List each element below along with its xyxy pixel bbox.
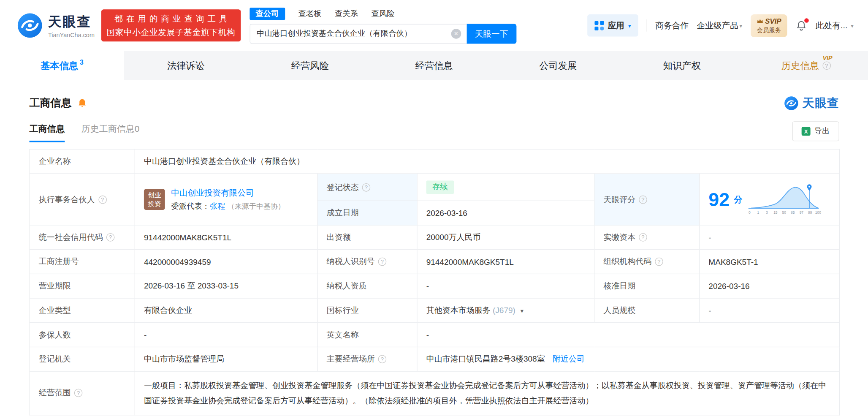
status-badge: 存续	[426, 180, 454, 193]
table-row: 参保人数 - 英文名称 -	[30, 323, 839, 347]
vip-badge: VIP	[822, 54, 832, 61]
score-curve-chart: 0 1 3 15 50 85 97 99 100	[747, 183, 822, 215]
help-icon[interactable]: ?	[378, 258, 387, 266]
help-icon[interactable]: ?	[74, 389, 83, 397]
tab-history-info[interactable]: VIP 历史信息 ?	[744, 51, 868, 80]
help-icon[interactable]: ?	[362, 183, 371, 191]
user-account-menu[interactable]: 此处有... ▾	[816, 20, 854, 31]
company-name-value: 中山港口创业投资基金合伙企业（有限合伙）	[135, 149, 839, 174]
svg-text:100: 100	[815, 210, 821, 215]
table-row: 登记机关 中山市市场监督管理局 主要经营场所? 中山市港口镇民昌路2号3楼308…	[30, 347, 839, 371]
tianyancha-watermark-icon	[784, 95, 799, 110]
tianyancha-watermark: 天眼查	[784, 95, 839, 111]
search-area: 查公司 查老板 查关系 查风险 × 天眼一下	[250, 7, 516, 44]
help-icon[interactable]: ?	[98, 195, 107, 204]
table-row: 经营范围? 一般项目：私募股权投资基金管理、创业投资基金管理服务（须在中国证券投…	[30, 371, 839, 415]
tianyancha-logo[interactable]: 天眼查 TianYanCha.com	[16, 12, 95, 39]
help-icon[interactable]: ?	[378, 355, 387, 363]
svg-text:50: 50	[782, 210, 786, 215]
search-tab-boss[interactable]: 查老板	[298, 8, 321, 19]
notifications-bell[interactable]	[796, 20, 808, 32]
table-row: 工商注册号 442000004939459 纳税人识别号? 91442000MA…	[30, 250, 839, 274]
nearby-companies-link[interactable]: 附近公司	[553, 354, 585, 363]
apps-menu-button[interactable]: 应用 ▾	[587, 14, 638, 36]
apps-label: 应用	[608, 20, 624, 31]
search-tab-company[interactable]: 查公司	[250, 8, 285, 20]
table-row: 企业类型 有限合伙企业 国标行业 其他资本市场服务 (J679) ▾ 人员规模 …	[30, 298, 839, 323]
search-input[interactable]	[250, 24, 467, 44]
header-divider	[646, 19, 647, 32]
svip-member-badge[interactable]: SVIP 会员服务	[751, 14, 787, 37]
search-tab-relation[interactable]: 查关系	[335, 8, 358, 19]
promo-banner[interactable]: 都在用的商业查询工具 国家中小企业发展子基金旗下机构	[101, 9, 241, 41]
chevron-down-icon: ▾	[740, 22, 743, 28]
industry-cell: 其他资本市场服务 (J679) ▾	[417, 298, 594, 323]
search-button[interactable]: 天眼一下	[467, 24, 516, 44]
tab-operation-risk[interactable]: 经营风险	[248, 51, 372, 80]
crown-icon	[757, 18, 763, 24]
subscribe-bell-icon[interactable]	[77, 98, 87, 108]
chevron-down-icon: ▾	[628, 22, 631, 28]
export-button[interactable]: X 导出	[792, 121, 839, 141]
svg-text:97: 97	[799, 210, 803, 215]
partner-company-link[interactable]: 中山创业投资有限公司	[171, 188, 285, 198]
promo-line2: 国家中小企业发展子基金旗下机构	[101, 27, 241, 38]
business-info-table: 企业名称 中山港口创业投资基金合伙企业（有限合伙） 执行事务合伙人? 创业投资 …	[29, 149, 840, 415]
executive-partner-cell: 创业投资 中山创业投资有限公司 委派代表：张程 （来源于中基协）	[144, 188, 308, 211]
help-icon[interactable]: ?	[106, 233, 115, 242]
table-row: 营业期限 2026-03-16 至 2033-03-15 纳税人资质 - 核准日…	[30, 274, 839, 298]
top-header: 天眼查 TianYanCha.com 都在用的商业查询工具 国家中小企业发展子基…	[0, 0, 868, 51]
section-title: 工商信息	[29, 96, 71, 110]
help-icon[interactable]: ?	[655, 258, 663, 266]
table-row: 执行事务合伙人? 创业投资 中山创业投资有限公司 委派代表：张程 （来源于中基协…	[30, 174, 839, 201]
svg-text:99: 99	[808, 210, 812, 215]
promo-line1: 都在用的商业查询工具	[101, 14, 241, 24]
score-value: 92	[708, 190, 730, 209]
excel-icon: X	[802, 127, 811, 136]
help-icon[interactable]: ?	[639, 195, 647, 204]
apps-grid-icon	[594, 21, 604, 30]
svg-text:85: 85	[791, 210, 795, 215]
svg-text:1: 1	[757, 210, 759, 215]
svg-text:15: 15	[773, 210, 778, 215]
tab-operation-info[interactable]: 经营信息	[372, 51, 496, 80]
tab-legal-litigation[interactable]: 法律诉讼	[124, 51, 248, 80]
business-cooperation-link[interactable]: 商务合作	[655, 20, 689, 31]
tianyan-score-cell: 92 分 0 1 3 15	[708, 183, 830, 215]
tab-company-development[interactable]: 公司发展	[496, 51, 620, 80]
brand-domain: TianYanCha.com	[48, 32, 95, 38]
svg-text:3: 3	[766, 210, 768, 215]
table-row: 企业名称 中山港口创业投资基金合伙企业（有限合伙）	[30, 149, 839, 174]
notification-dot	[805, 18, 809, 22]
tianyancha-logo-icon	[16, 12, 43, 39]
tab-basic-info[interactable]: 基本信息3	[0, 51, 124, 80]
company-nav-tabs: 基本信息3 法律诉讼 经营风险 经营信息 公司发展 知识产权 VIP 历史信息 …	[0, 51, 868, 80]
venture-capital-badge: 创业投资	[144, 189, 165, 210]
subtab-history-business-info[interactable]: 历史工商信息0	[81, 123, 140, 142]
search-tab-risk[interactable]: 查风险	[372, 8, 395, 19]
representative-link[interactable]: 张程	[210, 201, 225, 210]
chevron-down-icon[interactable]: ▾	[521, 307, 524, 314]
help-icon[interactable]: ?	[639, 233, 647, 242]
subtab-business-info[interactable]: 工商信息	[29, 123, 65, 142]
enterprise-products-link[interactable]: 企业级产品 ▾	[697, 20, 743, 31]
table-row: 统一社会信用代码? 91442000MAK8GK5T1L 出资额 20000万人…	[30, 225, 839, 250]
clear-search-icon[interactable]: ×	[451, 29, 461, 39]
help-icon[interactable]: ?	[822, 62, 831, 70]
brand-name: 天眼查	[48, 13, 95, 30]
svg-text:0: 0	[749, 210, 751, 215]
tab-intellectual-property[interactable]: 知识产权	[620, 51, 744, 80]
chevron-down-icon: ▾	[851, 22, 854, 28]
